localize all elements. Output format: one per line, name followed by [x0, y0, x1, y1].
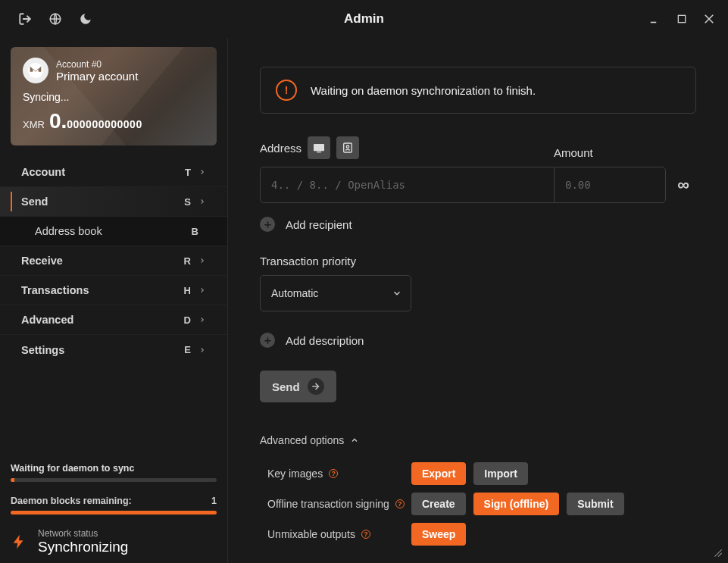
chevron-up-icon: [350, 436, 359, 445]
resize-handle-icon[interactable]: [713, 548, 723, 558]
export-button[interactable]: Export: [411, 462, 466, 485]
close-button[interactable]: [696, 6, 722, 32]
svg-line-13: [718, 553, 722, 557]
address-book-icon[interactable]: [336, 136, 359, 159]
svg-rect-8: [317, 152, 321, 152]
add-recipient-button[interactable]: ＋ Add recipient: [260, 217, 696, 232]
moon-icon[interactable]: [73, 6, 98, 32]
sign-offline-button[interactable]: Sign (offline): [473, 493, 560, 515]
minimize-button[interactable]: [642, 6, 667, 32]
window-title: Admin: [0, 11, 728, 27]
tx-priority-label: Transaction priority: [260, 255, 696, 267]
account-balance: XMR 0.000000000000: [23, 109, 205, 133]
sidebar-nav: Account T Send S Address book B Receive …: [0, 158, 227, 364]
sidebar-item-settings[interactable]: Settings E: [0, 335, 227, 364]
sweep-button[interactable]: Sweep: [411, 523, 466, 546]
amount-label: Amount: [554, 146, 593, 159]
account-card[interactable]: Account #0 Primary account Syncing... XM…: [11, 47, 217, 145]
chevron-right-icon: [198, 286, 206, 294]
chevron-right-icon: [198, 168, 206, 176]
sync-alert: ! Waiting on daemon synchronization to f…: [260, 67, 696, 114]
tx-priority-select[interactable]: [260, 275, 411, 311]
key-images-label: Key images: [267, 468, 323, 480]
add-description-button[interactable]: ＋ Add description: [260, 333, 696, 348]
sidebar-item-receive[interactable]: Receive R: [0, 246, 227, 276]
sidebar-item-transactions[interactable]: Transactions H: [0, 276, 227, 305]
account-tag: Account #0: [56, 59, 138, 70]
amount-input[interactable]: [554, 167, 666, 203]
warning-icon: !: [276, 80, 297, 101]
chevron-right-icon: [198, 198, 206, 205]
send-all-button[interactable]: ∞: [670, 167, 696, 203]
arrow-right-icon: [308, 378, 324, 395]
sidebar-item-account[interactable]: Account T: [0, 158, 227, 187]
import-button[interactable]: Import: [473, 462, 528, 485]
account-sync-status: Syncing...: [23, 91, 205, 103]
resolve-icon[interactable]: [308, 136, 330, 159]
account-name: Primary account: [56, 70, 138, 83]
sync-progress-bar: [11, 478, 217, 482]
bolt-icon: [11, 532, 27, 552]
svg-rect-3: [678, 15, 685, 22]
svg-point-10: [346, 145, 348, 148]
help-icon[interactable]: ?: [329, 469, 338, 478]
send-button[interactable]: Send: [260, 371, 336, 402]
plus-icon: ＋: [260, 333, 275, 348]
help-icon[interactable]: ?: [395, 499, 405, 508]
help-icon[interactable]: ?: [361, 530, 370, 539]
network-status[interactable]: Network status Synchronizing: [11, 528, 217, 555]
main-panel: ! Waiting on daemon synchronization to f…: [228, 38, 728, 563]
sidebar-item-send[interactable]: Send S: [0, 187, 227, 217]
submit-button[interactable]: Submit: [567, 493, 623, 515]
sidebar-item-address-book[interactable]: Address book B: [0, 217, 227, 246]
logout-icon[interactable]: [12, 6, 38, 32]
sync-status-label: Waiting for daemon to sync: [11, 463, 217, 474]
chevron-right-icon: [198, 257, 206, 264]
sidebar: Account #0 Primary account Syncing... XM…: [0, 38, 228, 563]
chevron-right-icon: [198, 316, 206, 324]
svg-rect-7: [314, 144, 324, 151]
daemon-blocks-value: 1: [211, 496, 217, 506]
globe-icon[interactable]: [42, 6, 68, 32]
titlebar: Admin: [0, 0, 728, 38]
sidebar-item-advanced[interactable]: Advanced D: [0, 305, 227, 335]
chevron-right-icon: [198, 346, 206, 354]
sidebar-status: Waiting for daemon to sync Daemon blocks…: [0, 463, 227, 555]
monero-logo-icon: [23, 58, 48, 83]
advanced-options-toggle[interactable]: Advanced options: [260, 434, 696, 446]
plus-icon: ＋: [260, 217, 275, 232]
create-button[interactable]: Create: [411, 493, 466, 515]
alert-message: Waiting on daemon synchronization to fin…: [311, 84, 536, 97]
maximize-button[interactable]: [669, 6, 695, 32]
daemon-blocks-label: Daemon blocks remaining:: [11, 496, 132, 506]
address-label: Address: [260, 142, 302, 155]
unmixable-outputs-label: Unmixable outputs: [267, 528, 355, 540]
offline-signing-label: Offline transaction signing: [267, 498, 389, 510]
svg-line-12: [714, 549, 721, 556]
daemon-progress-bar: [11, 511, 217, 515]
address-input[interactable]: [260, 167, 554, 203]
